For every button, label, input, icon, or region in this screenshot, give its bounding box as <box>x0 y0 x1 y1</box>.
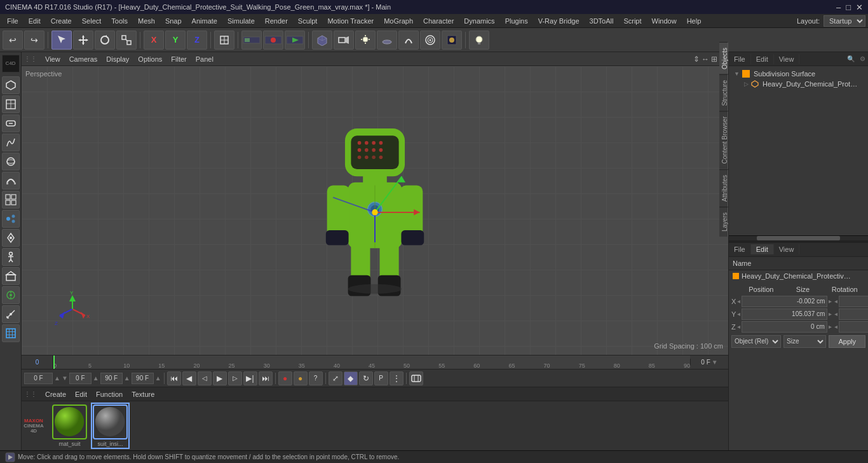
obj-tab-file[interactable]: File <box>729 54 751 64</box>
side-tab-layers[interactable]: Layers <box>719 207 728 237</box>
menu-mesh[interactable]: Mesh <box>133 16 159 26</box>
move-mode-button[interactable] <box>73 31 93 50</box>
vp-menu-panel[interactable]: Panel <box>193 55 217 64</box>
menu-simulate[interactable]: Simulate <box>223 16 259 26</box>
object-light-button[interactable] <box>355 31 376 50</box>
menu-script[interactable]: Script <box>619 16 646 26</box>
left-deform-button[interactable] <box>2 172 20 190</box>
tree-item-subdivision[interactable]: ▼ Subdivision Surface <box>731 69 865 79</box>
menu-vray[interactable]: V-Ray Bridge <box>534 16 584 26</box>
transport-next-button[interactable]: ▶| <box>243 371 257 385</box>
left-mesh-button[interactable] <box>2 95 20 113</box>
coord-z-pos-input[interactable] <box>742 321 827 333</box>
transport-cycle-button[interactable]: ↻ <box>359 371 373 385</box>
transport-record-help-button[interactable]: ? <box>309 371 323 385</box>
timeline-anim-button[interactable] <box>241 31 262 50</box>
menu-render[interactable]: Render <box>261 16 292 26</box>
menu-animate[interactable]: Animate <box>187 16 222 26</box>
transport-start-frame[interactable] <box>69 373 92 384</box>
axis-x-button[interactable]: X <box>144 31 164 50</box>
obj-hscroll-thumb[interactable] <box>757 236 840 240</box>
mat-menu-edit[interactable]: Edit <box>72 390 90 399</box>
coord-y-size-arrow[interactable]: ◂ <box>834 310 837 317</box>
menu-snap[interactable]: Snap <box>161 16 186 26</box>
left-scene-button[interactable] <box>2 267 20 285</box>
vp-menu-options[interactable]: Options <box>135 55 165 64</box>
menu-window[interactable]: Window <box>648 16 681 26</box>
left-mograph-button[interactable] <box>2 210 20 228</box>
object-floor-button[interactable] <box>377 31 397 50</box>
anim-play-button[interactable] <box>285 31 305 50</box>
menu-character[interactable]: Character <box>419 16 458 26</box>
coord-y-pos-input[interactable] <box>742 308 827 320</box>
menu-sculpt[interactable]: Sculpt <box>294 16 322 26</box>
minimize-button[interactable]: – <box>836 3 841 12</box>
tree-item-model[interactable]: ▷ Heavy_Duty_Chemical_Protective_Suit... <box>731 79 865 89</box>
render-view-button[interactable] <box>442 31 462 50</box>
coord-x-size-input[interactable] <box>839 296 868 307</box>
transport-layout-button[interactable]: ⋮ <box>390 371 403 385</box>
deform-button[interactable] <box>398 31 419 50</box>
coord-y-size-input[interactable] <box>839 308 868 320</box>
light-bulb-button[interactable] <box>469 31 489 50</box>
coord-z-pos-arrow2[interactable]: ▸ <box>829 323 832 330</box>
menu-motion-tracker[interactable]: Motion Tracker <box>323 16 378 26</box>
left-sculpt-button[interactable] <box>2 114 20 132</box>
coord-x-pos-input[interactable] <box>742 296 827 307</box>
field-button[interactable] <box>420 31 440 50</box>
transport-motion-button[interactable] <box>409 371 423 385</box>
rotate-mode-button[interactable] <box>95 31 115 50</box>
obj-tab-edit[interactable]: Edit <box>751 54 774 64</box>
transport-keyframe-button[interactable]: ◆ <box>344 371 358 385</box>
redo-button[interactable]: ↪ <box>24 31 44 50</box>
attr-tab-file[interactable]: File <box>729 244 751 254</box>
attr-tab-view[interactable]: View <box>774 244 800 254</box>
left-spline-button[interactable] <box>2 134 20 151</box>
mat-menu-create[interactable]: Create <box>42 390 69 399</box>
vp-icon-settings[interactable]: ⊞ <box>711 55 717 64</box>
transport-play-button[interactable]: ▶ <box>213 371 227 385</box>
side-tab-objects[interactable]: Objects <box>719 42 728 74</box>
obj-gear-icon[interactable]: ⚙ <box>857 55 868 62</box>
side-tab-structure[interactable]: Structure <box>719 74 728 111</box>
object-camera-button[interactable] <box>334 31 354 50</box>
obj-search-icon[interactable]: 🔍 <box>844 55 857 62</box>
vp-menu-filter[interactable]: Filter <box>168 55 189 64</box>
menu-help[interactable]: Help <box>682 16 706 26</box>
menu-file[interactable]: File <box>3 16 23 26</box>
left-snap-button[interactable] <box>2 286 20 304</box>
material-item-suit-insi[interactable]: suit_insi... <box>91 403 130 449</box>
left-dynamics-button[interactable] <box>2 229 20 247</box>
menu-create[interactable]: Create <box>46 16 76 26</box>
transport-first-button[interactable]: ⏮ <box>167 371 181 385</box>
transport-step-back-button[interactable]: ◁ <box>198 371 212 385</box>
coord-z-size-input[interactable] <box>839 321 868 333</box>
transport-record-all-button[interactable]: ● <box>294 371 308 385</box>
menu-select[interactable]: Select <box>78 16 106 26</box>
object-cube-button[interactable] <box>312 31 332 50</box>
transport-move-button[interactable]: ⤢ <box>329 371 342 385</box>
layout-select[interactable]: Startup <box>824 15 865 27</box>
coord-x-pos-arrow[interactable]: ◂ <box>737 298 740 305</box>
transport-step-fwd-button[interactable]: ▷ <box>228 371 242 385</box>
transport-end-frame[interactable] <box>100 373 123 384</box>
anim-record-button[interactable] <box>263 31 283 50</box>
vp-icon-move[interactable]: ⇕ <box>693 55 700 64</box>
menu-dynamics[interactable]: Dynamics <box>459 16 499 26</box>
menu-3dtoall[interactable]: 3DToAll <box>585 16 618 26</box>
attr-tab-edit[interactable]: Edit <box>751 244 774 254</box>
vp-icon-lock[interactable]: ↔ <box>702 55 709 64</box>
axis-y-button[interactable]: Y <box>165 31 186 50</box>
undo-button[interactable]: ↩ <box>3 31 23 50</box>
left-character-button[interactable] <box>2 248 20 266</box>
transport-end-arrow[interactable]: ▲ <box>124 375 130 382</box>
left-grid-button[interactable] <box>2 324 20 342</box>
menu-plugins[interactable]: Plugins <box>501 16 532 26</box>
coord-x-size-arrow[interactable]: ◂ <box>834 298 837 305</box>
left-array-button[interactable] <box>2 191 20 209</box>
side-tab-content-browser[interactable]: Content Browser <box>719 111 728 169</box>
left-measure-button[interactable] <box>2 305 20 323</box>
transport-loop-button[interactable]: P <box>374 371 388 385</box>
transport-arrow-down[interactable]: ▼ <box>62 375 68 382</box>
transport-preview-arrow[interactable]: ▲ <box>155 375 161 382</box>
